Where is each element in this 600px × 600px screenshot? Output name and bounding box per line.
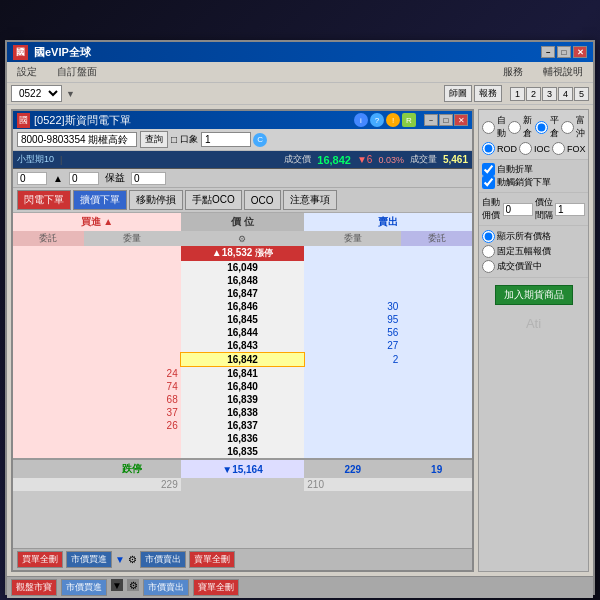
settings-icon[interactable]: ⚙ bbox=[128, 554, 137, 565]
num-tab-5[interactable]: 5 bbox=[574, 87, 589, 101]
radio-all-prices[interactable] bbox=[482, 230, 495, 243]
menu-settings[interactable]: 設定 bbox=[11, 64, 43, 80]
price-cell[interactable]: 16,846 bbox=[181, 300, 305, 313]
maximize-btn[interactable]: □ bbox=[557, 46, 571, 58]
price-cell[interactable]: 16,839 bbox=[181, 393, 305, 406]
status-market-sell[interactable]: 市價賣出 bbox=[143, 579, 189, 596]
search-button[interactable]: 查詢 bbox=[140, 131, 168, 148]
radio-traded[interactable] bbox=[482, 260, 495, 273]
minimize-btn[interactable]: － bbox=[541, 46, 555, 58]
help-icon[interactable]: ? bbox=[370, 113, 384, 127]
price-cell[interactable]: 16,049 bbox=[181, 261, 305, 274]
contract-select[interactable]: 0522 bbox=[11, 85, 62, 102]
account-num[interactable] bbox=[201, 132, 251, 147]
ask-qty-cell bbox=[304, 432, 401, 445]
tab-report[interactable]: 報務 bbox=[474, 85, 502, 102]
price-row[interactable]: 16,845 95 bbox=[13, 313, 472, 326]
guarantee-input[interactable] bbox=[69, 172, 99, 185]
price-row[interactable]: ▲18,532 漲停 bbox=[13, 246, 472, 261]
buy-all-delete-btn[interactable]: 買單全刪 bbox=[17, 551, 63, 568]
radio-fox[interactable] bbox=[552, 142, 565, 155]
menu-customize[interactable]: 自訂盤面 bbox=[51, 64, 103, 80]
price-row[interactable]: 24 16,841 bbox=[13, 367, 472, 381]
bid-qty-cell bbox=[84, 246, 181, 261]
info-icon[interactable]: i bbox=[354, 113, 368, 127]
menu-help[interactable]: 輔視說明 bbox=[537, 64, 589, 80]
traded-price-row: 成交價置中 bbox=[482, 259, 585, 274]
price-row[interactable]: 16,846 30 bbox=[13, 300, 472, 313]
spread-order-btn[interactable]: 擴價下單 bbox=[73, 190, 127, 210]
market-sell-btn[interactable]: 市價賣出 bbox=[140, 551, 186, 568]
radio-rich[interactable] bbox=[561, 121, 574, 134]
status-buy-all[interactable]: 觀盤市寶 bbox=[11, 579, 57, 596]
bid-order-cell bbox=[13, 367, 84, 381]
auto-bracket-check[interactable] bbox=[482, 163, 495, 176]
price-row[interactable]: 16,049 bbox=[13, 261, 472, 274]
num-tab-2[interactable]: 2 bbox=[526, 87, 541, 101]
price-cell[interactable]: 16,836 bbox=[181, 432, 305, 445]
price-row[interactable]: 16,844 56 bbox=[13, 326, 472, 339]
price-cell[interactable]: 16,842 bbox=[181, 353, 305, 367]
notice-btn[interactable]: 注意事項 bbox=[283, 190, 337, 210]
summary-totals-row: 229 210 bbox=[13, 478, 472, 491]
total-bid-qty: 229 bbox=[13, 478, 181, 491]
price-row[interactable]: 16,847 bbox=[13, 287, 472, 300]
price-cell[interactable]: 16,844 bbox=[181, 326, 305, 339]
price-cell[interactable]: 16,837 bbox=[181, 419, 305, 432]
bid-order-cell bbox=[13, 287, 84, 300]
account-icon-btn[interactable]: C bbox=[253, 133, 267, 147]
market-buy-btn[interactable]: 市價買進 bbox=[66, 551, 112, 568]
add-product-btn[interactable]: 加入期貨商品 bbox=[495, 285, 573, 305]
menu-service[interactable]: 服務 bbox=[497, 64, 529, 80]
iw-maximize[interactable]: □ bbox=[439, 114, 453, 126]
price-cell[interactable]: 16,845 bbox=[181, 313, 305, 326]
app-title-controls: － □ ✕ bbox=[541, 46, 587, 58]
price-row[interactable]: 74 16,840 bbox=[13, 380, 472, 393]
oco-btn[interactable]: OCO bbox=[244, 190, 281, 210]
close-btn[interactable]: ✕ bbox=[573, 46, 587, 58]
limit-input[interactable] bbox=[555, 203, 585, 216]
price-row[interactable]: 16,836 bbox=[13, 432, 472, 445]
sell-all-delete-btn[interactable]: 賣單全刪 bbox=[189, 551, 235, 568]
iw-minimize[interactable]: － bbox=[424, 114, 438, 126]
touch-oco-btn[interactable]: 手點OCO bbox=[185, 190, 242, 210]
auto-price-input[interactable] bbox=[503, 203, 533, 216]
price-row[interactable]: 16,848 bbox=[13, 274, 472, 287]
move-stop-btn[interactable]: 移動停損 bbox=[129, 190, 183, 210]
iw-close[interactable]: ✕ bbox=[454, 114, 468, 126]
refresh-icon[interactable]: R bbox=[402, 113, 416, 127]
radio-flat[interactable] bbox=[535, 121, 548, 134]
profit-input[interactable] bbox=[131, 172, 166, 185]
price-row[interactable]: 37 16,838 bbox=[13, 406, 472, 419]
price-cell[interactable]: 16,848 bbox=[181, 274, 305, 287]
price-cell[interactable]: ▲18,532 漲停 bbox=[181, 246, 305, 261]
warn-icon[interactable]: ! bbox=[386, 113, 400, 127]
num-tab-4[interactable]: 4 bbox=[558, 87, 573, 101]
price-cell[interactable]: 16,835 bbox=[181, 445, 305, 459]
radio-ioc[interactable] bbox=[519, 142, 532, 155]
num-tab-3[interactable]: 3 bbox=[542, 87, 557, 101]
flash-order-btn[interactable]: 閃電下單 bbox=[17, 190, 71, 210]
status-sell-all[interactable]: 寶單全刪 bbox=[193, 579, 239, 596]
num-tab-1[interactable]: 1 bbox=[510, 87, 525, 101]
radio-new[interactable] bbox=[508, 121, 521, 134]
radio-auto[interactable] bbox=[482, 121, 495, 134]
price-cell[interactable]: 16,840 bbox=[181, 380, 305, 393]
auto-stop-check[interactable] bbox=[482, 176, 495, 189]
price-cell[interactable]: 16,841 bbox=[181, 367, 305, 381]
tab-graph[interactable]: 師圖 bbox=[444, 85, 472, 102]
radio-fixed-five[interactable] bbox=[482, 245, 495, 258]
price-cell[interactable]: 16,847 bbox=[181, 287, 305, 300]
auto-bracket-label: 自動折單 bbox=[497, 163, 533, 176]
price-row[interactable]: 68 16,839 bbox=[13, 393, 472, 406]
price-row[interactable]: 16,843 27 bbox=[13, 339, 472, 353]
price-row[interactable]: 16,835 bbox=[13, 445, 472, 459]
radio-rod[interactable] bbox=[482, 142, 495, 155]
symbol-input[interactable] bbox=[17, 132, 137, 147]
price-row[interactable]: 26 16,837 bbox=[13, 419, 472, 432]
price-row[interactable]: 16,842 2 bbox=[13, 353, 472, 367]
price-cell[interactable]: 16,838 bbox=[181, 406, 305, 419]
status-market-buy[interactable]: 市價買進 bbox=[61, 579, 107, 596]
order-qty-input[interactable] bbox=[17, 172, 47, 185]
price-cell[interactable]: 16,843 bbox=[181, 339, 305, 353]
